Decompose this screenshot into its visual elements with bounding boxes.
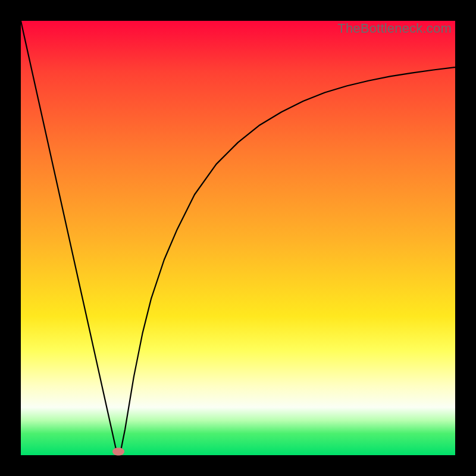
chart-frame: TheBottleneck.com [0, 0, 476, 476]
plot-area: TheBottleneck.com [21, 21, 455, 455]
optimum-marker [112, 448, 124, 456]
watermark-label: TheBottleneck.com [337, 21, 452, 36]
bottleneck-curve [21, 21, 455, 455]
